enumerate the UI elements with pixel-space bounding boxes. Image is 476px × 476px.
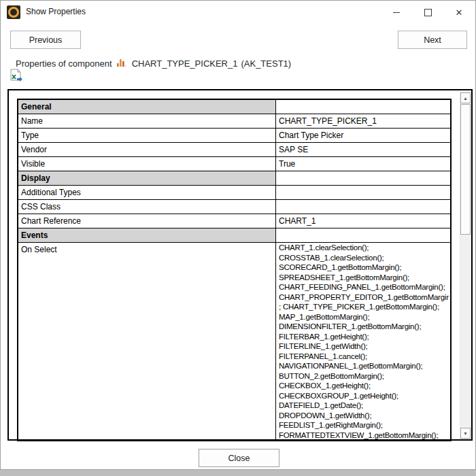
script-line: ; CHART_TYPE_PICKER_1.getBottomMargin(); — [279, 302, 449, 312]
property-value: SAP SE — [276, 143, 452, 157]
property-value: CHART_TYPE_PICKER_1 — [276, 114, 452, 129]
property-row-vendor: Vendor SAP SE — [18, 143, 451, 157]
section-label: Events — [18, 228, 276, 243]
script-line: FEEDLIST_1.getRightMargin(); — [279, 420, 449, 430]
minimize-button[interactable] — [381, 1, 412, 23]
app-icon — [7, 5, 20, 19]
scroll-down-icon: ▼ — [463, 431, 468, 436]
script-line: DIMENSIONFILTER_1.getBottomMargin(); — [279, 322, 449, 332]
previous-button[interactable]: Previous — [10, 31, 81, 49]
maximize-icon — [424, 9, 432, 16]
script-line: FORMATTEDTEXTVIEW_1.getBottomMargin(); — [279, 430, 449, 441]
script-line: CHECKBOXGROUP_1.getHeight(); — [279, 391, 449, 401]
scrollbar-thumb[interactable] — [460, 104, 471, 235]
section-value — [276, 228, 452, 243]
property-value: CHART_1 — [276, 214, 452, 228]
property-label: Additional Types — [18, 186, 276, 200]
script-line: CHECKBOX_1.getHeight(); — [279, 381, 449, 391]
script-line: FILTERLINE_1.getWidth(); — [279, 341, 449, 352]
scroll-up-button[interactable]: ▲ — [460, 92, 471, 103]
script-line: SCORECARD_1.getBottomMargin(); — [279, 262, 449, 273]
section-row-events: Events — [18, 228, 451, 243]
chart-type-picker-icon — [116, 58, 128, 69]
script-line: CHART_PROPERTY_EDITOR_1.getBottomMargin(… — [279, 292, 449, 303]
export-excel-icon[interactable] — [10, 69, 23, 82]
property-value: True — [276, 157, 452, 171]
show-properties-dialog: Show Properties ✕ Previous Next Properti… — [0, 0, 476, 470]
section-label: General — [18, 99, 276, 114]
property-label: Visible — [18, 157, 276, 171]
section-row-general: General — [18, 99, 451, 114]
script-line: NAVIGATIONPANEL_1.getBottomMargin(); — [279, 361, 449, 371]
script-line: BUTTON_2.getBottomMargin(); — [279, 371, 449, 381]
property-label: CSS Class — [18, 200, 276, 214]
title-bar: Show Properties ✕ — [1, 1, 475, 24]
maximize-button[interactable] — [412, 1, 443, 23]
property-value — [276, 200, 452, 214]
window-title: Show Properties — [26, 7, 86, 16]
property-row-additional-types: Additional Types — [18, 186, 451, 200]
vertical-scrollbar[interactable]: ▲ ▼ — [460, 92, 471, 439]
scroll-down-button[interactable]: ▼ — [460, 428, 471, 439]
property-value — [276, 186, 452, 200]
close-window-button[interactable]: ✕ — [443, 1, 475, 23]
component-name: CHART_TYPE_PICKER_1 — [132, 58, 238, 69]
script-line: CHART_1.clearSelection(); — [279, 243, 449, 253]
script-line: CROSSTAB_1.clearSelection(); — [279, 253, 449, 263]
script-line: SPREADSHEET_1.getBottomMargin(); — [279, 273, 449, 283]
properties-table: General Name CHART_TYPE_PICKER_1 Type Ch… — [17, 99, 452, 441]
script-line: CHART_FEEDING_PANEL_1.getBottomMargin(); — [279, 282, 449, 292]
property-label: On Select — [18, 243, 276, 441]
next-button[interactable]: Next — [398, 31, 467, 49]
on-select-script: CHART_1.clearSelection(); CROSSTAB_1.cle… — [276, 243, 452, 441]
property-label: Name — [18, 114, 276, 129]
component-header: Properties of component CHART_TYPE_PICKE… — [16, 58, 291, 69]
section-value — [276, 99, 452, 114]
component-header-prefix: Properties of component — [16, 58, 112, 69]
window-controls: ✕ — [381, 1, 475, 23]
property-row-type: Type Chart Type Picker — [18, 129, 451, 143]
property-label: Type — [18, 129, 276, 143]
close-button[interactable]: Close — [199, 449, 279, 467]
property-label: Chart Reference — [18, 214, 276, 228]
properties-panel: General Name CHART_TYPE_PICKER_1 Type Ch… — [7, 89, 473, 441]
script-line: FILTERBAR_1.getHeight(); — [279, 332, 449, 342]
section-row-display: Display — [18, 171, 451, 186]
property-label: Vendor — [18, 143, 276, 157]
property-row-css-class: CSS Class — [18, 200, 451, 214]
property-row-name: Name CHART_TYPE_PICKER_1 — [18, 114, 451, 129]
property-row-visible: Visible True — [18, 157, 451, 171]
script-line: DROPDOWN_1.getWidth(); — [279, 411, 449, 421]
minimize-icon — [393, 12, 400, 13]
close-icon: ✕ — [456, 8, 463, 17]
section-value — [276, 171, 452, 186]
script-line: MAP_1.getBottomMargin(); — [279, 312, 449, 322]
scroll-up-icon: ▲ — [463, 96, 468, 101]
component-suffix: (AK_TEST1) — [241, 58, 291, 69]
script-line: FILTERPANEL_1.cancel(); — [279, 352, 449, 362]
script-line: DATEFIELD_1.getDate(); — [279, 401, 449, 411]
property-value: Chart Type Picker — [276, 129, 452, 143]
property-row-on-select: On Select CHART_1.clearSelection(); CROS… — [18, 243, 451, 441]
property-row-chart-reference: Chart Reference CHART_1 — [18, 214, 451, 228]
section-label: Display — [18, 171, 276, 186]
